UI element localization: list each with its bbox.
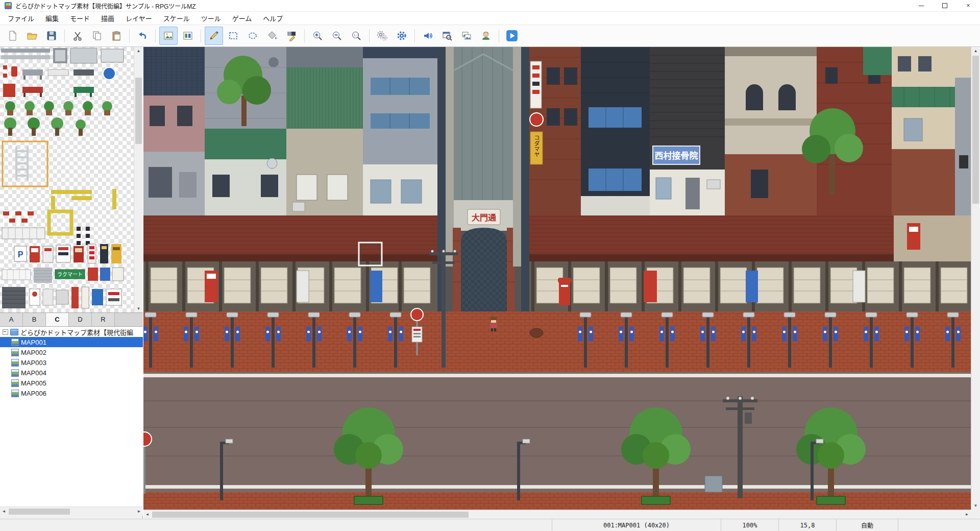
- canvas-vertical-scrollbar[interactable]: ▲ ▼: [971, 47, 980, 510]
- status-bar: 001:MAP001 (40x20) 100% 15,8 自動: [0, 519, 980, 531]
- paint-bucket-icon: [266, 30, 278, 41]
- palette-vertical-scrollbar[interactable]: ▲ ▼: [134, 47, 143, 312]
- postbox: [558, 278, 571, 305]
- event-mode-button[interactable]: [179, 27, 197, 45]
- tree-expander-icon[interactable]: [3, 329, 8, 335]
- cut-button[interactable]: [68, 27, 87, 45]
- paste-button[interactable]: [107, 27, 126, 45]
- parking-sign-label: P: [18, 250, 23, 259]
- scrollbar-corner: [971, 510, 980, 519]
- shadow-pen-tool-button[interactable]: [282, 27, 301, 45]
- ellipse-tool-button[interactable]: [243, 27, 262, 45]
- menu-scale[interactable]: スケール: [158, 12, 195, 25]
- status-spacer: [0, 519, 552, 531]
- clipboard-icon: [111, 30, 122, 41]
- status-cursor-coords: 15,8: [779, 519, 836, 531]
- character-generator-button[interactable]: [477, 27, 495, 45]
- scrollbar-thumb[interactable]: [152, 512, 469, 518]
- vending-machine-blue: [370, 271, 382, 302]
- title-bar: どらぴかドットマップ素材【現代街編】サンプル - RPGツールMZ ×: [0, 0, 980, 12]
- event-searcher-button[interactable]: [438, 27, 456, 45]
- menu-edit[interactable]: 編集: [40, 12, 64, 25]
- zoom-in-button[interactable]: [308, 27, 327, 45]
- status-map-info: 001:MAP001 (40x20): [552, 519, 721, 531]
- menu-tools[interactable]: ツール: [195, 12, 227, 25]
- resource-manager-button[interactable]: [457, 27, 476, 45]
- scrollbar-thumb[interactable]: [9, 509, 70, 515]
- tileset-tab-c[interactable]: C: [46, 313, 69, 326]
- maximize-icon: [942, 3, 948, 9]
- map-file-icon: [11, 369, 19, 377]
- tileset-tab-r[interactable]: R: [92, 313, 115, 326]
- open-folder-icon: [27, 30, 38, 41]
- scrollbar-thumb[interactable]: [135, 78, 142, 144]
- fill-tool-button[interactable]: [263, 27, 281, 45]
- map-mode-button[interactable]: [159, 27, 178, 45]
- map-tree-item-map006[interactable]: MAP006: [0, 388, 143, 398]
- menu-mode[interactable]: モード: [64, 12, 95, 25]
- close-button[interactable]: ×: [957, 0, 980, 11]
- tree-horizontal-scrollbar[interactable]: ◄ ►: [0, 506, 143, 516]
- scroll-up-arrow[interactable]: ▲: [971, 47, 980, 55]
- menu-file[interactable]: ファイル: [2, 12, 40, 25]
- project-folder-icon: [10, 329, 18, 335]
- map-canvas-svg[interactable]: 大門通 コダマヤ: [143, 47, 971, 510]
- map-tree-item-map001[interactable]: MAP001: [0, 337, 143, 347]
- scrollbar-thumb[interactable]: [972, 56, 979, 204]
- scroll-down-arrow[interactable]: ▼: [134, 305, 143, 312]
- toolbar-separator: [129, 29, 130, 42]
- map-edit-canvas[interactable]: 大門通 コダマヤ: [143, 47, 971, 510]
- app-icon: [4, 2, 12, 10]
- save-project-button[interactable]: [42, 27, 61, 45]
- open-project-button[interactable]: [23, 27, 41, 45]
- plugin-manager-button[interactable]: [393, 27, 411, 45]
- tileset-tab-a[interactable]: A: [0, 313, 23, 326]
- new-document-icon: [7, 30, 18, 41]
- minimize-button[interactable]: [910, 0, 933, 11]
- sound-test-button[interactable]: [419, 27, 437, 45]
- undo-button[interactable]: [133, 27, 152, 45]
- maximize-button[interactable]: [933, 0, 957, 11]
- pencil-tool-button[interactable]: [205, 27, 223, 45]
- map-item-label: MAP005: [21, 379, 46, 387]
- zoom-actual-button[interactable]: 1:1: [347, 27, 365, 45]
- palette-tiles-signs-and-machines: P: [14, 244, 121, 263]
- toolbar-separator: [369, 29, 370, 42]
- vending-machine-white: [853, 271, 865, 302]
- scroll-right-arrow[interactable]: ►: [963, 511, 971, 518]
- zoom-out-button[interactable]: [328, 27, 346, 45]
- map-tree-item-map002[interactable]: MAP002: [0, 347, 143, 357]
- map-tree: どらぴかドットマップ素材【現代街編 MAP001 MAP002 MAP003 M…: [0, 327, 143, 506]
- scroll-down-arrow[interactable]: ▼: [971, 502, 980, 510]
- tile-palette-canvas[interactable]: P ラクマート: [0, 47, 134, 312]
- menu-game[interactable]: ゲーム: [227, 12, 258, 25]
- scroll-right-arrow[interactable]: ►: [135, 508, 143, 515]
- tileset-tab-b[interactable]: B: [23, 313, 46, 326]
- menu-layer[interactable]: レイヤー: [120, 12, 158, 25]
- map-tree-item-map003[interactable]: MAP003: [0, 357, 143, 368]
- left-panel: P ラクマート: [0, 47, 143, 519]
- scroll-left-arrow[interactable]: ◄: [143, 511, 151, 518]
- scroll-up-arrow[interactable]: ▲: [134, 47, 143, 55]
- copy-button[interactable]: [88, 27, 106, 45]
- menu-draw[interactable]: 描画: [95, 12, 120, 25]
- map-tree-root[interactable]: どらぴかドットマップ素材【現代街編: [0, 327, 143, 337]
- toolbar-separator: [499, 29, 499, 42]
- shadow-pen-icon: [286, 30, 297, 41]
- new-project-button[interactable]: [4, 27, 22, 45]
- tile-palette[interactable]: P ラクマート: [0, 47, 134, 312]
- menu-help[interactable]: ヘルプ: [257, 12, 288, 25]
- scroll-left-arrow[interactable]: ◄: [0, 508, 8, 515]
- tileset-tab-strip: A B C D R: [0, 312, 143, 327]
- manhole-cover: [530, 328, 543, 337]
- canvas-horizontal-scrollbar[interactable]: ◄ ►: [143, 510, 971, 519]
- tileset-tab-d[interactable]: D: [69, 313, 92, 326]
- palette-tile-ladder: [15, 147, 29, 180]
- vending-machine-blue: [746, 271, 758, 302]
- gears-icon: [377, 30, 388, 41]
- map-tree-item-map005[interactable]: MAP005: [0, 378, 143, 388]
- database-button[interactable]: [373, 27, 391, 45]
- play-test-button[interactable]: [503, 27, 521, 45]
- rectangle-tool-button[interactable]: [224, 27, 242, 45]
- map-tree-item-map004[interactable]: MAP004: [0, 368, 143, 378]
